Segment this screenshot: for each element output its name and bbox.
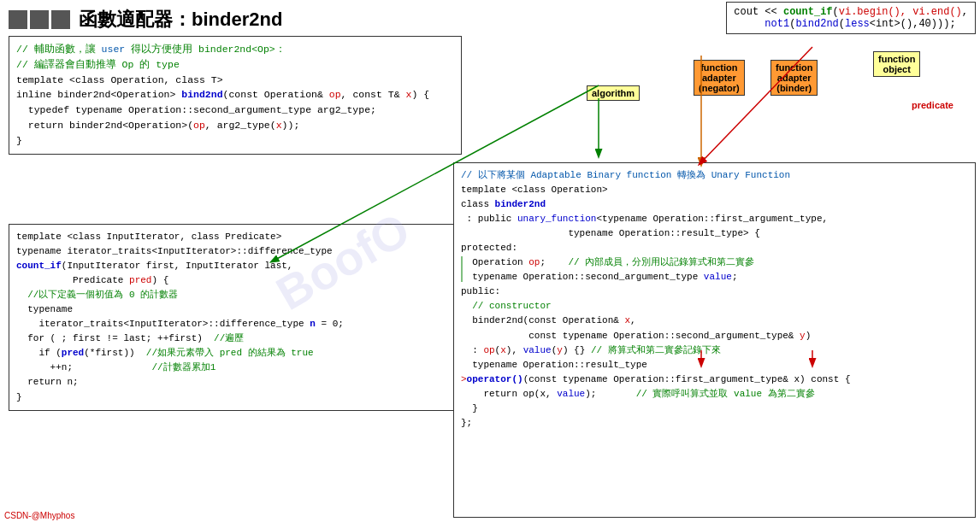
- lc-line4: inline binder2nd<Operation> bind2nd(cons…: [16, 87, 454, 103]
- blc-line8: if (pred(*first)) //如果元素帶入 pred 的結果為 tru…: [16, 346, 454, 361]
- title-block-1: [9, 10, 27, 29]
- title-block-3: [51, 10, 70, 29]
- rc-line2: class binder2nd: [461, 197, 968, 212]
- blc-line2: typename iterator_traits<InputIterator>:…: [16, 244, 454, 259]
- diagram-fo-text: functionobject: [878, 54, 915, 74]
- blc-line9: ++n; //計數器累加1: [16, 361, 454, 375]
- blc-line1: template <class InputIterator, class Pre…: [16, 230, 454, 244]
- diagram-fa-negator-text: functionadapter(negator): [699, 62, 740, 93]
- rc-line16: }: [461, 402, 968, 416]
- rc-line8: public:: [461, 284, 968, 299]
- rc-line12: : op(x), value(y) {} // 將算式和第二實參記錄下來: [461, 343, 968, 358]
- rc-line17: };: [461, 416, 968, 431]
- rc-line11: const typename Operation::second_argumen…: [461, 329, 968, 343]
- left-code-box: // 輔助函數，讓 user 得以方便使用 binder2nd<Op>： // …: [9, 36, 462, 155]
- lc-line6: return binder2nd<Operation>(op, arg2_typ…: [16, 118, 454, 133]
- diagram-predicate-label: predicate: [907, 98, 958, 112]
- rc-comment1: // 以下將某個 Adaptable Binary function 轉換為 U…: [461, 168, 968, 183]
- top-right-line2: not1(bind2nd(less<int>(),40)));: [734, 18, 968, 30]
- bottom-left-code-box: template <class InputIterator, class Pre…: [9, 224, 462, 411]
- csdn-label: CSDN-@Mhyphos: [4, 511, 74, 520]
- lc-comment2: // 編譯器會自動推導 Op 的 type: [16, 57, 454, 73]
- rc-line9: // constructor: [461, 299, 968, 314]
- blc-comment-init: //以下定義一個初值為 0 的計數器: [16, 288, 454, 302]
- lc-line7: }: [16, 133, 454, 149]
- blc-line11: }: [16, 390, 454, 405]
- page-title: 函數適配器：binder2nd: [79, 7, 282, 32]
- blc-line3: count_if(InputIterator first, InputItera…: [16, 259, 454, 273]
- right-code-box: // 以下將某個 Adaptable Binary function 轉換為 U…: [453, 162, 976, 518]
- diagram-fa-binder-label: functionadapter(binder): [770, 60, 818, 96]
- title-blocks: [9, 10, 70, 29]
- blc-line6: iterator_traits<InputIterator>::differen…: [16, 317, 454, 331]
- rc-line5: protected:: [461, 241, 968, 255]
- blc-line4: Predicate pred) {: [16, 273, 454, 288]
- lc-line3: template <class Operation, class T>: [16, 73, 454, 88]
- blc-line5: typename: [16, 302, 454, 317]
- blc-line7: for ( ; first != last; ++first) //遍歷: [16, 331, 454, 346]
- diagram-area: algorithm functionadapter(negator) funct…: [582, 51, 976, 154]
- lc-line5: typedef typename Operation::second_argum…: [16, 103, 454, 118]
- lc-comment1: // 輔助函數，讓 user 得以方便使用 binder2nd<Op>：: [16, 42, 454, 57]
- rc-line3: : public unary_function<typename Operati…: [461, 212, 968, 226]
- top-right-line1: cout << count_if(vi.begin(), vi.end(),: [734, 6, 968, 18]
- top-right-code-box: cout << count_if(vi.begin(), vi.end(), n…: [726, 2, 976, 34]
- rc-line15: return op(x, value); // 實際呼叫算式並取 value 為…: [461, 387, 968, 402]
- rc-line4: typename Operation::result_type> {: [461, 226, 968, 241]
- diagram-fa-binder-text: functionadapter(binder): [776, 62, 812, 93]
- diagram-fa-negator-label: functionadapter(negator): [694, 60, 745, 96]
- rc-line7: typename Operation::second_argument_type…: [461, 270, 968, 284]
- title-area: 函數適配器：binder2nd: [9, 7, 282, 32]
- rc-line14: >operator()(const typename Operation::fi…: [461, 372, 968, 387]
- blc-line10: return n;: [16, 375, 454, 390]
- diagram-algorithm-label: algorithm: [587, 85, 640, 101]
- rc-line10: binder2nd(const Operation& x,: [461, 314, 968, 328]
- title-block-2: [30, 10, 49, 29]
- rc-line1: template <class Operation>: [461, 183, 968, 197]
- rc-line6: Operation op; // 內部成員，分別用以記錄算式和第二實參: [461, 255, 968, 270]
- diagram-fo-label: functionobject: [873, 51, 920, 77]
- rc-line13: typename Operation::result_type: [461, 358, 968, 372]
